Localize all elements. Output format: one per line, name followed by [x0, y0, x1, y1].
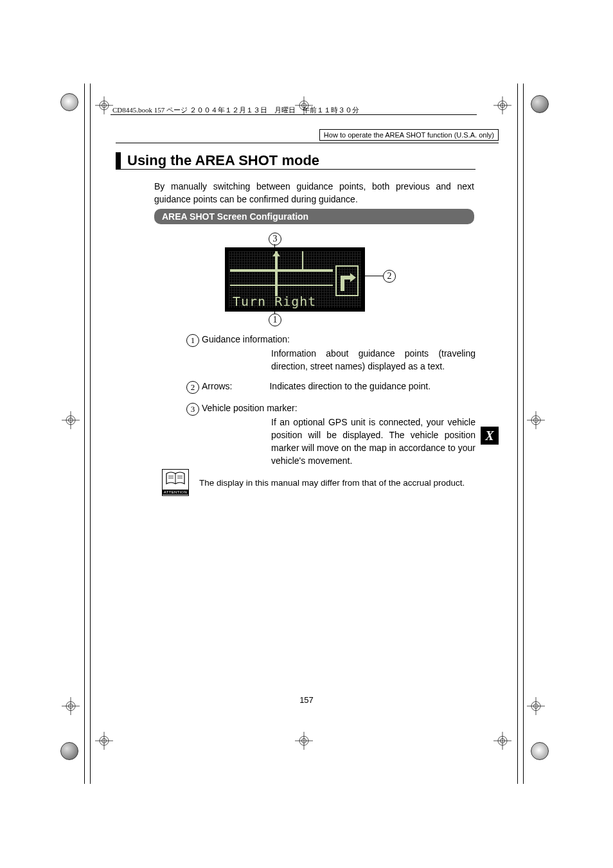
item-number: 3	[186, 403, 199, 416]
map-road	[230, 269, 333, 272]
page: CD8445.book 157 ページ ２００４年１２月１３日 月曜日 午前１１…	[0, 0, 613, 868]
callout-3: 3	[269, 233, 281, 245]
subheading-bar: AREA SHOT Screen Configuration	[154, 209, 474, 224]
open-book-icon	[165, 471, 186, 488]
attention-note: ATTENTION The display in this manual may…	[162, 469, 465, 496]
attention-label: ATTENTION	[163, 490, 188, 495]
page-number: 157	[0, 695, 613, 705]
vehicle-marker-icon	[272, 251, 280, 256]
definition-item: 3Vehicle position marker: If an optional…	[186, 403, 475, 468]
crop-line	[517, 84, 518, 784]
map-road	[302, 251, 303, 272]
crop-line	[90, 84, 91, 784]
arrow-panel	[335, 265, 359, 296]
screen-diagram: Turn Right	[225, 247, 365, 312]
page-heading: Using the AREA SHOT mode	[127, 152, 319, 168]
heading-underline	[116, 169, 475, 170]
screen-guidance-text: Turn Right	[233, 294, 316, 309]
registration-mark-icon	[527, 411, 545, 429]
item-description: If an optional GPS unit is connected, yo…	[271, 416, 475, 468]
registration-mark-icon	[493, 732, 511, 750]
corner-globe-icon	[60, 93, 78, 111]
callout-1: 1	[269, 314, 281, 326]
item-term: Arrows:	[202, 381, 232, 391]
corner-ball-icon	[60, 742, 78, 760]
crop-line	[84, 84, 85, 784]
registration-mark-icon	[95, 732, 113, 750]
item-description: Indicates direction to the guidance poin…	[269, 381, 472, 391]
prepress-underline	[111, 114, 477, 115]
header-rule	[116, 143, 499, 143]
intro-paragraph: By manually switching between guidance p…	[154, 180, 474, 206]
registration-mark-icon	[62, 411, 80, 429]
map-road	[275, 251, 278, 296]
callout-2: 2	[383, 270, 396, 283]
callout-line	[274, 308, 275, 314]
prepress-header: CD8445.book 157 ページ ２００４年１２月１３日 月曜日 午前１１…	[112, 105, 359, 115]
section-tab: X	[481, 427, 499, 445]
callout-line	[365, 276, 383, 276]
registration-mark-icon	[95, 96, 113, 114]
registration-mark-icon	[493, 96, 511, 114]
attention-icon: ATTENTION	[162, 469, 189, 496]
turn-arrow-head-icon	[350, 273, 356, 282]
item-number: 2	[186, 381, 199, 394]
item-term: Guidance information:	[202, 334, 290, 344]
heading-block: Using the AREA SHOT mode	[116, 152, 475, 170]
crop-line	[523, 84, 524, 784]
item-term: Vehicle position marker:	[202, 403, 298, 413]
callout-line	[274, 244, 275, 252]
corner-ball-icon	[531, 95, 549, 113]
corner-globe-icon	[531, 742, 549, 760]
attention-text: The display in this manual may differ fr…	[199, 478, 465, 488]
map-road	[230, 285, 333, 286]
item-number: 1	[186, 334, 199, 347]
definition-item: 1Guidance information: Information about…	[186, 334, 475, 373]
registration-mark-icon	[295, 732, 313, 750]
heading-bar-icon	[116, 152, 121, 169]
definition-list: 1Guidance information: Information about…	[186, 334, 475, 474]
definition-item: 2Arrows:Indicates direction to the guida…	[186, 381, 475, 394]
section-header-box: How to operate the AREA SHOT function (U…	[319, 129, 499, 141]
item-description: Information about guidance points (trave…	[271, 347, 475, 373]
